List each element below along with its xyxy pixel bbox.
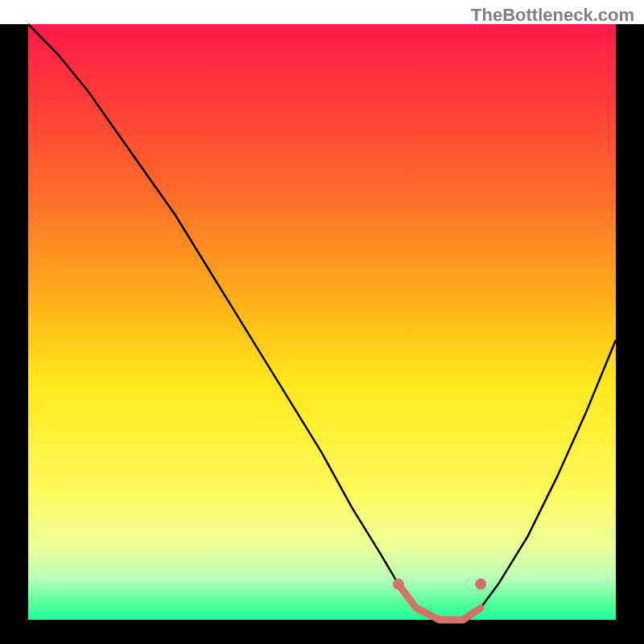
- watermark-text: TheBottleneck.com: [471, 5, 634, 26]
- bottleneck-chart: [0, 0, 644, 644]
- range-marker-0: [393, 579, 404, 590]
- chart-container: TheBottleneck.com: [0, 0, 644, 644]
- gradient-background: [28, 24, 616, 620]
- range-marker-1: [475, 579, 486, 590]
